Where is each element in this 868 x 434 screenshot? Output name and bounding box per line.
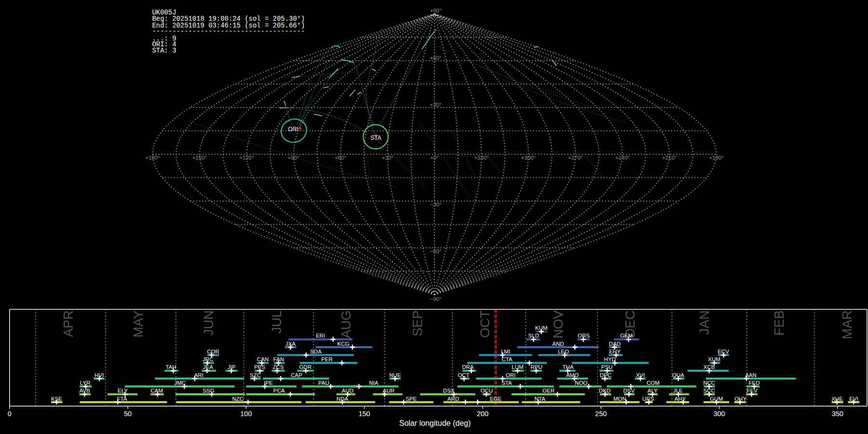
svg-text:OCU: OCU	[480, 388, 493, 393]
svg-text:+60°: +60°	[430, 55, 441, 61]
svg-text:THA: THA	[563, 364, 574, 370]
svg-text:ARD: ARD	[448, 396, 459, 402]
svg-text:NIA: NIA	[369, 380, 379, 386]
svg-text:ARI: ARI	[194, 372, 203, 378]
svg-text:FEV: FEV	[746, 388, 758, 393]
svg-text:AAN: AAN	[745, 372, 757, 378]
svg-text:AVB: AVB	[79, 388, 90, 393]
svg-text:EHY: EHY	[609, 349, 621, 354]
svg-text:COR: COR	[207, 349, 219, 354]
svg-text:DAD: DAD	[609, 341, 621, 347]
svg-text:100: 100	[240, 410, 252, 418]
svg-text:JEA: JEA	[203, 364, 213, 370]
svg-text:APR: APR	[61, 311, 76, 338]
svg-text:AUR: AUR	[383, 388, 394, 393]
svg-text:+180°: +180°	[709, 155, 724, 161]
svg-text:AHY: AHY	[675, 396, 686, 402]
svg-text:LYR: LYR	[80, 380, 91, 386]
svg-text:SCC: SCC	[703, 388, 715, 393]
svg-text:STA: STA	[502, 380, 512, 386]
svg-text:CAM: CAM	[150, 388, 163, 393]
svg-text:Solar longitude (deg): Solar longitude (deg)	[399, 419, 471, 427]
svg-text:GEM: GEM	[620, 333, 633, 339]
svg-text:NDA: NDA	[337, 396, 349, 402]
svg-text:HYD: HYD	[604, 356, 616, 362]
svg-text:XUM: XUM	[708, 356, 720, 362]
svg-text:OER: OER	[542, 388, 555, 393]
svg-text:AUG: AUG	[339, 311, 353, 339]
svg-text:+150°: +150°	[192, 155, 207, 161]
svg-text:ERI: ERI	[316, 333, 325, 339]
svg-text:ALY: ALY	[648, 388, 658, 393]
svg-text:300: 300	[713, 410, 725, 418]
svg-text:+30°: +30°	[382, 155, 393, 161]
svg-text:CTA: CTA	[502, 356, 512, 362]
svg-text:ZCS: ZCS	[273, 364, 284, 370]
svg-text:+330°: +330°	[474, 155, 489, 161]
svg-text:JAN: JAN	[697, 311, 712, 335]
svg-text:EGE: EGE	[490, 396, 502, 402]
svg-text:OCT: OCT	[458, 372, 469, 378]
svg-text:CAP: CAP	[291, 372, 302, 378]
svg-text:GUM: GUM	[710, 396, 723, 402]
svg-text:IPE: IPE	[264, 380, 273, 386]
svg-text:+60°: +60°	[335, 155, 346, 161]
svg-text:PSU: PSU	[601, 364, 613, 370]
svg-text:NUE: NUE	[389, 372, 401, 378]
svg-text:ECV: ECV	[718, 349, 729, 354]
svg-text:+0°: +0°	[430, 155, 439, 161]
svg-text:FEB: FEB	[772, 311, 787, 336]
svg-text:JMC: JMC	[174, 380, 186, 386]
svg-text:LMI: LMI	[501, 349, 510, 354]
svg-text:DSV: DSV	[624, 388, 635, 393]
svg-text:+270°: +270°	[568, 155, 583, 161]
svg-text:OHY: OHY	[734, 396, 746, 402]
svg-text:DKD: DKD	[599, 388, 610, 393]
svg-text:ORI: ORI	[288, 126, 298, 133]
svg-text:KUM: KUM	[535, 325, 548, 331]
svg-text:250: 250	[595, 410, 607, 418]
svg-text:+180°: +180°	[145, 155, 160, 161]
svg-text:DRA: DRA	[462, 364, 474, 370]
svg-text:PCA: PCA	[273, 388, 285, 393]
svg-text:JUN: JUN	[202, 311, 216, 336]
svg-text:200: 200	[477, 410, 488, 418]
svg-text:FED: FED	[749, 380, 760, 386]
svg-text:JLE: JLE	[673, 388, 683, 393]
svg-text:+90°: +90°	[288, 155, 299, 161]
svg-text:XVI: XVI	[636, 372, 645, 378]
svg-text:−30°: −30°	[430, 202, 441, 207]
svg-text:MAY: MAY	[131, 311, 146, 338]
svg-text:ORI: ORI	[506, 372, 515, 378]
svg-text:−60°: −60°	[430, 248, 441, 254]
svg-text:FAN: FAN	[273, 356, 284, 362]
svg-text:JXA: JXA	[285, 341, 296, 347]
svg-text:JRC: JRC	[203, 356, 213, 362]
svg-text:------------------------------: --------------------------------------	[152, 27, 305, 35]
svg-text:KSE: KSE	[51, 396, 62, 402]
svg-text:KCG: KCG	[338, 341, 350, 347]
svg-text:DSX: DSX	[443, 388, 455, 393]
svg-text:OCT: OCT	[478, 311, 492, 338]
svg-text:NTA: NTA	[534, 396, 545, 402]
svg-text:150: 150	[358, 410, 370, 418]
svg-text:SPE: SPE	[406, 396, 417, 402]
svg-text:STA: 3: STA: 3	[152, 47, 176, 54]
svg-text:URS: URS	[642, 396, 654, 402]
svg-text:ORS: ORS	[578, 333, 590, 339]
svg-text:SLD: SLD	[528, 333, 539, 339]
svg-text:NZC: NZC	[232, 396, 244, 402]
svg-text:FTA: FTA	[117, 396, 127, 402]
svg-text:LEO: LEO	[558, 349, 569, 354]
svg-text:0: 0	[8, 410, 12, 418]
svg-text:STA: STA	[370, 135, 381, 141]
svg-text:RPU: RPU	[530, 364, 542, 370]
svg-text:+120°: +120°	[239, 155, 254, 161]
svg-text:JUL: JUL	[270, 311, 284, 334]
svg-text:CAN: CAN	[257, 356, 269, 362]
svg-text:DPC: DPC	[600, 372, 611, 378]
svg-text:ELY: ELY	[118, 388, 128, 393]
svg-text:NOV: NOV	[551, 311, 566, 339]
svg-text:+300°: +300°	[521, 155, 536, 161]
svg-text:SDA: SDA	[310, 349, 322, 354]
